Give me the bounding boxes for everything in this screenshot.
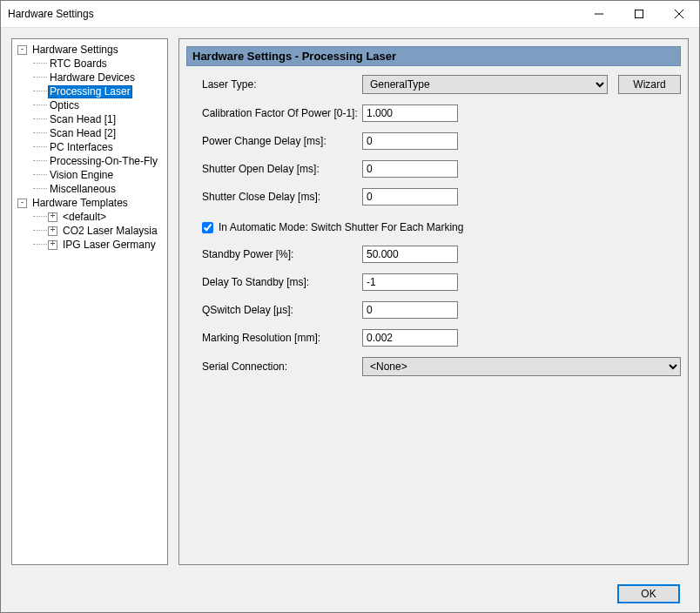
shutter-open-delay-label: Shutter Open Delay [ms]: <box>202 163 362 175</box>
expand-icon[interactable]: + <box>48 212 57 222</box>
serial-connection-select[interactable]: <None> <box>362 357 681 376</box>
auto-mode-checkbox[interactable] <box>202 222 213 233</box>
tree-item-ipg-laser-germany[interactable]: +IPG Laser Germany <box>16 238 167 252</box>
tree-item-label: PC Interfaces <box>48 141 115 154</box>
tree-item-rtc-boards[interactable]: RTC Boards <box>16 57 167 71</box>
delay-to-standby-label: Delay To Standby [ms]: <box>202 276 362 288</box>
collapse-icon[interactable]: - <box>17 45 27 55</box>
tree-item-scan-head-2[interactable]: Scan Head [2] <box>16 126 167 140</box>
close-button[interactable] <box>659 1 699 27</box>
ok-button[interactable]: OK <box>617 584 680 603</box>
tree-item-default[interactable]: +<default> <box>16 210 167 224</box>
tree-item-hardware-devices[interactable]: Hardware Devices <box>16 71 167 84</box>
tree-item-label: Scan Head [1] <box>48 113 118 126</box>
expand-icon[interactable]: + <box>48 226 57 236</box>
tree-item-label: Hardware Settings <box>30 44 120 57</box>
tree-item-label: CO2 Laser Malaysia <box>61 225 159 238</box>
window-title: Hardware Settings <box>1 8 579 20</box>
calibration-factor-input[interactable] <box>362 104 458 122</box>
tree-item-label: Optics <box>48 99 81 112</box>
laser-type-select[interactable]: GeneralType <box>362 75 608 94</box>
expand-icon[interactable]: + <box>48 240 57 250</box>
navigation-tree[interactable]: -Hardware SettingsRTC BoardsHardware Dev… <box>11 38 168 565</box>
shutter-close-delay-label: Shutter Close Delay [ms]: <box>202 191 362 203</box>
tree-item-processing-on-the-fly[interactable]: Processing-On-The-Fly <box>16 154 167 168</box>
tree-root-hardware-templates[interactable]: -Hardware Templates <box>16 196 167 210</box>
maximize-button[interactable] <box>619 1 659 27</box>
dialog-footer: OK <box>1 576 699 612</box>
tree-item-label: Processing Laser <box>48 85 132 98</box>
tree-item-label: IPG Laser Germany <box>61 239 158 252</box>
tree-item-label: Processing-On-The-Fly <box>48 155 159 168</box>
tree-item-vision-engine[interactable]: Vision Engine <box>16 168 167 182</box>
collapse-icon[interactable]: - <box>17 199 27 208</box>
marking-resolution-input[interactable] <box>362 329 458 347</box>
shutter-close-delay-input[interactable] <box>362 188 458 205</box>
shutter-open-delay-input[interactable] <box>362 160 458 178</box>
settings-panel: Hardware Settings - Processing Laser Las… <box>178 38 689 565</box>
tree-item-label: Scan Head [2] <box>48 127 118 140</box>
tree-item-processing-laser[interactable]: Processing Laser <box>16 84 167 98</box>
power-change-delay-input[interactable] <box>362 132 458 150</box>
tree-item-pc-interfaces[interactable]: PC Interfaces <box>16 140 167 154</box>
marking-resolution-label: Marking Resolution [mm]: <box>202 332 362 344</box>
tree-item-label: Hardware Devices <box>48 71 137 84</box>
tree-item-label: <default> <box>61 211 108 224</box>
serial-connection-label: Serial Connection: <box>202 360 362 373</box>
tree-item-optics[interactable]: Optics <box>16 98 167 112</box>
tree-item-label: RTC Boards <box>48 57 109 71</box>
tree-item-label: Miscellaneous <box>48 183 118 196</box>
qswitch-delay-label: QSwitch Delay [µs]: <box>202 304 362 316</box>
panel-title: Hardware Settings - Processing Laser <box>186 46 681 66</box>
svg-rect-1 <box>636 10 643 18</box>
titlebar: Hardware Settings <box>1 1 699 28</box>
wizard-button[interactable]: Wizard <box>618 75 681 94</box>
tree-item-label: Vision Engine <box>48 169 115 182</box>
standby-power-input[interactable] <box>362 246 458 263</box>
tree-item-scan-head-1[interactable]: Scan Head [1] <box>16 112 167 126</box>
qswitch-delay-input[interactable] <box>362 301 458 319</box>
tree-item-co2-laser-malaysia[interactable]: +CO2 Laser Malaysia <box>16 224 167 238</box>
minimize-button[interactable] <box>579 1 619 27</box>
power-change-delay-label: Power Change Delay [ms]: <box>202 135 362 147</box>
tree-root-hardware-settings[interactable]: -Hardware Settings <box>16 43 167 57</box>
calibration-factor-label: Calibration Factor Of Power [0-1]: <box>202 107 362 119</box>
standby-power-label: Standby Power [%]: <box>202 248 362 260</box>
delay-to-standby-input[interactable] <box>362 273 458 291</box>
laser-type-label: Laser Type: <box>202 78 362 91</box>
auto-mode-label: In Automatic Mode: Switch Shutter For Ea… <box>219 221 463 233</box>
tree-item-label: Hardware Templates <box>30 197 130 210</box>
tree-item-miscellaneous[interactable]: Miscellaneous <box>16 182 167 196</box>
